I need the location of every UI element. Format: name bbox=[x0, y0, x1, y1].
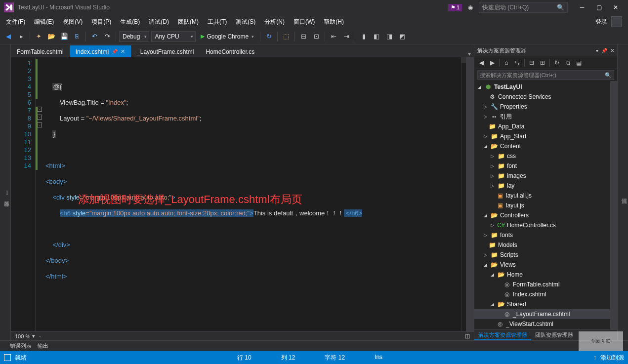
nav-forward-button[interactable]: ▸ bbox=[16, 31, 27, 42]
feedback-icon[interactable]: ◉ bbox=[468, 4, 473, 11]
menu-project[interactable]: 项目(P) bbox=[87, 16, 115, 28]
menu-tools[interactable]: 工具(T) bbox=[204, 16, 231, 28]
collapse-toggle[interactable]: - bbox=[37, 115, 42, 120]
tree-item[interactable]: ◢📂Content bbox=[474, 141, 610, 151]
close-icon[interactable]: ✕ bbox=[121, 48, 125, 55]
new-project-button[interactable]: ✦ bbox=[33, 31, 44, 42]
tree-item[interactable]: ◢📂Home bbox=[474, 270, 610, 280]
tree-item[interactable]: ▣layui.all.js bbox=[474, 191, 610, 201]
tree-item[interactable]: ◢📂Shared bbox=[474, 299, 610, 309]
collapse-toggle[interactable]: - bbox=[37, 107, 42, 112]
tree-item[interactable]: ◎Index.cshtml bbox=[474, 289, 610, 299]
menu-file[interactable]: 文件(F) bbox=[2, 16, 29, 28]
menu-build[interactable]: 生成(B) bbox=[116, 16, 144, 28]
split-h-icon[interactable]: ◫ bbox=[465, 333, 470, 339]
ptb-showall[interactable]: ⊞ bbox=[538, 58, 547, 68]
minimize-button[interactable]: ─ bbox=[574, 1, 590, 14]
bt-error-list[interactable]: 错误列表 bbox=[10, 342, 32, 350]
tab-layoutframe[interactable]: _LayoutFrame.cshtml bbox=[131, 45, 200, 57]
zoom-level[interactable]: 100 % bbox=[15, 333, 30, 339]
tree-item-selected[interactable]: ◎_LayoutFrame.cshtml bbox=[474, 309, 610, 319]
redo-button[interactable]: ↷ bbox=[102, 31, 113, 42]
comment-button[interactable]: ⊟ bbox=[298, 31, 309, 42]
indent-more-button[interactable]: ⇥ bbox=[341, 31, 352, 42]
tree-item[interactable]: ◢📂Views bbox=[474, 260, 610, 270]
menu-debug[interactable]: 调试(D) bbox=[145, 16, 173, 28]
menu-analyze[interactable]: 分析(N) bbox=[260, 16, 289, 28]
tree-item[interactable]: ▷📁fonts bbox=[474, 230, 610, 240]
zoom-dropdown-icon[interactable]: ▾ bbox=[32, 333, 35, 339]
panel-pin-icon[interactable]: 📌 bbox=[601, 48, 607, 53]
tb-extra-2[interactable]: ◧ bbox=[371, 31, 382, 42]
tree-item[interactable]: ▷📁App_Start bbox=[474, 131, 610, 141]
code-editor[interactable]: 1 2 3 4 5 6 7 8 9 10 11 12 13 14 - - - bbox=[11, 57, 474, 331]
solution-tree[interactable]: ◢⬢TestLayUI ⚙Connected Services ▷🔧Proper… bbox=[474, 81, 610, 329]
ptb-collapse[interactable]: ⊟ bbox=[527, 58, 537, 68]
indent-less-button[interactable]: ⇤ bbox=[328, 31, 339, 42]
code-area[interactable]: @{ ViewBag.Title = "Index"; Layout = "~/… bbox=[43, 57, 461, 331]
avatar[interactable] bbox=[611, 16, 622, 27]
tree-item[interactable]: ◎_ViewStart.cshtml bbox=[474, 319, 610, 329]
ptb-refresh[interactable]: ↻ bbox=[552, 58, 562, 68]
ptb-home[interactable]: ⌂ bbox=[502, 58, 511, 68]
ptb-preview[interactable]: ▤ bbox=[574, 58, 584, 68]
maximize-button[interactable]: ▢ bbox=[590, 1, 607, 14]
tree-item[interactable]: ▷C#HomeController.cs bbox=[474, 220, 610, 230]
right-tool-gutter[interactable]: 属性 bbox=[617, 44, 628, 340]
collapse-toggle[interactable]: - bbox=[37, 122, 42, 127]
tree-item[interactable]: ◎FormTable.cshtml bbox=[474, 280, 610, 289]
bookmark-button[interactable]: ▮ bbox=[358, 31, 369, 42]
bt-output[interactable]: 输出 bbox=[38, 342, 48, 350]
quick-launch-input[interactable]: 快速启动 (Ctrl+Q) 🔍 bbox=[479, 2, 568, 13]
tree-item[interactable]: ▷📁font bbox=[474, 161, 610, 171]
panel-dropdown-icon[interactable]: ▾ bbox=[596, 48, 598, 53]
uncomment-button[interactable]: ⊡ bbox=[311, 31, 322, 42]
menu-help[interactable]: 帮助(H) bbox=[320, 16, 348, 28]
panel-close-icon[interactable]: ✕ bbox=[610, 48, 614, 53]
open-file-button[interactable]: 📂 bbox=[46, 31, 57, 42]
tree-item[interactable]: ▷📁Scripts bbox=[474, 250, 610, 260]
tree-scrollbar[interactable] bbox=[610, 81, 617, 329]
nav-back-button[interactable]: ◀ bbox=[3, 31, 14, 42]
tb-extra-1[interactable]: ⬚ bbox=[281, 31, 292, 42]
solution-search-input[interactable]: 搜索解决方案资源管理器(Ctrl+;) 🔍 bbox=[477, 70, 614, 80]
close-button[interactable]: ✕ bbox=[607, 1, 624, 14]
tree-item[interactable]: ▷▪▪引用 bbox=[474, 112, 610, 121]
save-button[interactable]: 💾 bbox=[59, 31, 70, 42]
menu-window[interactable]: 窗口(W) bbox=[290, 16, 319, 28]
tab-formtable[interactable]: FormTable.cshtml bbox=[11, 45, 70, 57]
start-debug-button[interactable]: ▶ Google Chrome ▾ bbox=[198, 31, 257, 42]
pin-icon[interactable]: 📌 bbox=[112, 49, 118, 54]
menu-team[interactable]: 团队(M) bbox=[174, 16, 203, 28]
config-dropdown[interactable]: Debug bbox=[119, 31, 149, 42]
tree-item[interactable]: ◢📂Controllers bbox=[474, 210, 610, 220]
tree-root[interactable]: ◢⬢TestLayUI bbox=[474, 82, 610, 92]
menu-edit[interactable]: 编辑(E) bbox=[30, 16, 58, 28]
tb-extra-4[interactable]: ◩ bbox=[397, 31, 408, 42]
tree-item[interactable]: ▷🔧Properties bbox=[474, 102, 610, 112]
browser-link-button[interactable]: ↻ bbox=[263, 31, 274, 42]
tree-item[interactable]: 📁App_Data bbox=[474, 121, 610, 131]
tree-item[interactable]: ▷📁css bbox=[474, 151, 610, 161]
signin-link[interactable]: 登录 bbox=[595, 18, 607, 26]
tree-item[interactable]: ⚙Connected Services bbox=[474, 92, 610, 102]
platform-dropdown[interactable]: Any CPU bbox=[151, 31, 196, 42]
status-add-to-source[interactable]: 添加到源 bbox=[600, 354, 624, 362]
tree-item[interactable]: ▷📁images bbox=[474, 171, 610, 181]
tree-item[interactable]: ▷📁lay bbox=[474, 181, 610, 191]
save-all-button[interactable]: ⎘ bbox=[72, 31, 83, 42]
publish-icon[interactable]: ↑ bbox=[593, 354, 596, 361]
ptb-forward[interactable]: ▶ bbox=[487, 58, 497, 68]
tab-index[interactable]: Index.cshtml 📌 ✕ bbox=[70, 45, 131, 57]
rp-tab-team[interactable]: 团队资源管理器 bbox=[531, 330, 577, 340]
menu-view[interactable]: 视图(V) bbox=[59, 16, 86, 28]
tree-item[interactable]: 📁Models bbox=[474, 240, 610, 250]
undo-button[interactable]: ↶ bbox=[89, 31, 100, 42]
tabs-overflow[interactable]: ▾ bbox=[468, 50, 474, 57]
editor-scrollbar-v[interactable] bbox=[466, 57, 474, 331]
tab-homecontroller[interactable]: HomeController.cs bbox=[200, 45, 260, 57]
rp-tab-solution[interactable]: 解决方案资源管理器 bbox=[474, 330, 531, 340]
left-tool-gutter[interactable]: ▯ 服务器 bbox=[0, 44, 11, 340]
ptb-prop[interactable]: ⧉ bbox=[563, 58, 573, 68]
ptb-back[interactable]: ◀ bbox=[476, 58, 486, 68]
